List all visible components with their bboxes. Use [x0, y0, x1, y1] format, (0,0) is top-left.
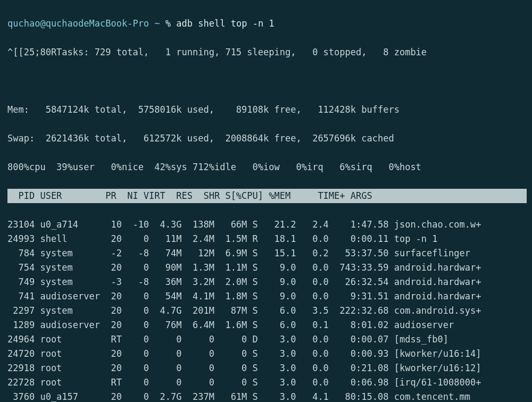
tasks-line: ^[[25;80RTasks: 729 total, 1 running, 71…: [7, 45, 527, 60]
process-row: 754 system 20 0 90M 1.3M 1.1M S 9.0 0.0 …: [7, 261, 527, 275]
process-row: 24993 shell 20 0 11M 2.4M 1.5M R 18.1 0.…: [7, 232, 527, 246]
process-list: 23104 u0_a714 10 -10 4.3G 138M 66M S 21.…: [7, 217, 527, 402]
process-row: 22918 root 20 0 0 0 0 S 3.0 0.0 0:21.08 …: [7, 361, 527, 375]
process-row: 24964 root RT 0 0 0 0 D 3.0 0.0 0:00.07 …: [7, 332, 527, 347]
mem-line: Mem: 5847124k total, 5758016k used, 8910…: [7, 103, 527, 117]
prompt-symbol: %: [165, 18, 171, 29]
process-row: 23104 u0_a714 10 -10 4.3G 138M 66M S 21.…: [7, 217, 527, 232]
terminal[interactable]: quchao@quchaodeMacBook-Pro ~ % adb shell…: [0, 0, 532, 402]
column-header: PID USER PR NI VIRT RES SHR S[%CPU] %MEM…: [7, 189, 527, 203]
process-row: 22728 root RT 0 0 0 0 S 3.0 0.0 0:06.98 …: [7, 375, 527, 390]
blank-line: [7, 74, 527, 88]
prompt-user-host: quchao@quchaodeMacBook-Pro: [7, 18, 149, 29]
cpu-line: 800%cpu 39%user 0%nice 42%sys 712%idle 0…: [7, 160, 527, 174]
prompt-command: adb shell top -n 1: [176, 18, 274, 29]
prompt-path: ~: [154, 18, 160, 29]
prompt-line: quchao@quchaodeMacBook-Pro ~ % adb shell…: [7, 16, 527, 31]
process-row: 3760 u0_a157 20 0 2.7G 237M 61M S 3.0 4.…: [7, 390, 527, 402]
process-row: 2297 system 20 0 4.7G 201M 87M S 6.0 3.5…: [7, 304, 527, 318]
process-row: 1289 audioserver 20 0 76M 6.4M 1.6M S 6.…: [7, 318, 527, 332]
swap-line: Swap: 2621436k total, 612572k used, 2008…: [7, 131, 527, 146]
process-row: 24720 root 20 0 0 0 0 S 3.0 0.0 0:00.93 …: [7, 347, 527, 361]
process-row: 749 system -3 -8 36M 3.2M 2.0M S 9.0 0.0…: [7, 275, 527, 289]
process-row: 784 system -2 -8 74M 12M 6.9M S 15.1 0.2…: [7, 246, 527, 261]
process-row: 741 audioserver 20 0 54M 4.1M 1.8M S 9.0…: [7, 289, 527, 304]
